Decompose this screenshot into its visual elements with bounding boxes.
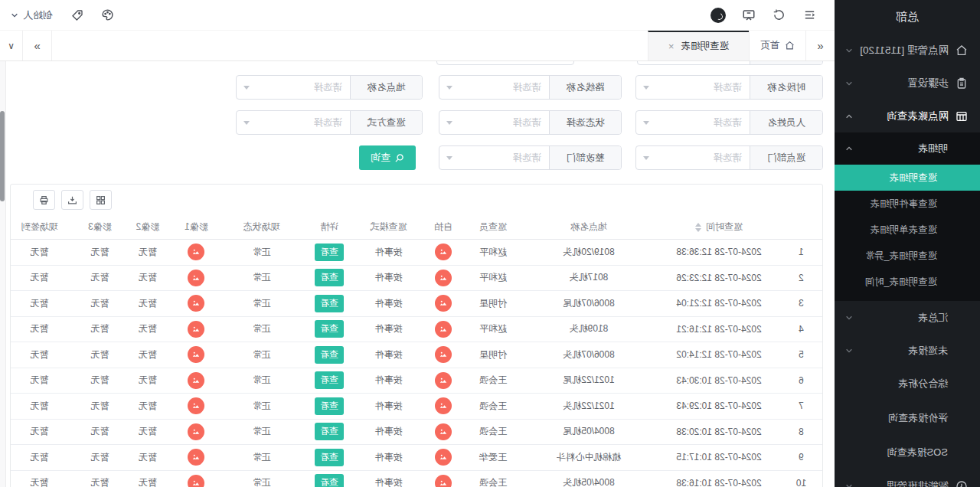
col-detail: 详情 (302, 221, 357, 234)
table-toolbar (11, 185, 822, 215)
view-detail-button[interactable]: 查看 (315, 295, 344, 312)
sidebar-item-patrol-detail-time[interactable]: 巡查明细表_时间 (835, 269, 980, 295)
cell-selfie (420, 244, 466, 260)
sidebar-subgroup-detail[interactable]: 明细表 (835, 132, 980, 165)
selfie-photo-icon[interactable] (435, 346, 452, 363)
col-mode: 巡查模式 (357, 221, 420, 234)
image1-photo-icon[interactable] (188, 397, 205, 414)
cell-location: 梳棉机中心料斗 (520, 451, 658, 464)
table-row: 4 2024-07-28 12:16:21 8109机头 赵和平 按事件 (10, 317, 822, 343)
cell-detail: 查看 (302, 397, 357, 415)
cell-index: 8 (780, 427, 822, 437)
screen-icon[interactable] (733, 0, 764, 31)
grid-icon[interactable] (90, 190, 112, 210)
cell-index: 7 (780, 400, 822, 411)
chevron-down-icon (11, 11, 18, 19)
select-time-period[interactable]: 请选择 (636, 76, 750, 99)
view-detail-button[interactable]: 查看 (315, 320, 344, 338)
col-patrol-time[interactable]: 巡查时间 (658, 221, 780, 234)
cell-mode: 按事件 (357, 476, 420, 487)
table-row: 6 2024-07-28 10:30:43 1021/22机尾 王会强 按事件 (10, 368, 822, 394)
sidebar-item-patrol-detail-abnormal[interactable]: 巡查明细表_异常 (835, 243, 980, 269)
palette-icon[interactable] (93, 0, 123, 31)
sidebar-item-unpatrolled-report[interactable]: 未巡报表 (835, 334, 980, 367)
user-menu[interactable]: 创始人 (11, 8, 53, 22)
cell-image2: 暂无 (124, 425, 172, 438)
cell-onsite-signin: 暂无 (10, 297, 76, 310)
sidebar: 总部 网点管理 [1151120] 步骤设置 网点账表查询 (835, 0, 980, 487)
cell-selfie (420, 270, 466, 286)
export-icon[interactable] (61, 190, 83, 210)
sidebar-item-summary-table[interactable]: 汇总表 (835, 301, 980, 334)
sidebar-item-patrol-form-detail[interactable]: 巡查表单明细表 (835, 217, 980, 243)
col-image2: 影像2 (124, 221, 172, 234)
selfie-photo-icon[interactable] (435, 449, 452, 466)
image1-photo-icon[interactable] (188, 372, 205, 389)
view-detail-button[interactable]: 查看 (315, 449, 344, 466)
selfie-photo-icon[interactable] (435, 270, 452, 286)
view-detail-button[interactable]: 查看 (315, 423, 344, 440)
select-person[interactable]: 请选择 (636, 111, 750, 134)
view-detail-button[interactable]: 查看 (315, 371, 344, 389)
sidebar-item-step-settings[interactable]: 步骤设置 (835, 67, 980, 100)
refresh-icon[interactable] (764, 0, 795, 31)
selfie-photo-icon[interactable] (435, 475, 452, 487)
cell-onsite-signin: 暂无 (10, 374, 76, 387)
print-icon[interactable] (33, 190, 55, 210)
select-patrol-method[interactable]: 请选择 (237, 111, 350, 134)
image1-photo-icon[interactable] (188, 270, 205, 286)
tag-icon[interactable] (62, 0, 93, 31)
view-detail-button[interactable]: 查看 (315, 397, 344, 415)
view-detail-button[interactable]: 查看 (315, 269, 344, 286)
col-officer: 巡查员 (466, 221, 520, 234)
image1-photo-icon[interactable] (188, 449, 205, 466)
selfie-photo-icon[interactable] (435, 321, 452, 338)
cell-selfie (420, 295, 466, 312)
view-detail-button[interactable]: 查看 (315, 244, 344, 261)
view-detail-button[interactable]: 查看 (315, 346, 344, 364)
cell-mode: 按事件 (357, 348, 420, 361)
selfie-photo-icon[interactable] (435, 244, 452, 260)
sidebar-item-patrol-event-detail[interactable]: 巡查事件明细表 (835, 191, 980, 217)
selfie-photo-icon[interactable] (435, 295, 452, 312)
selfie-photo-icon[interactable] (435, 372, 452, 389)
dark-mode-icon[interactable] (703, 0, 733, 31)
select-patrol-point-department[interactable]: 请选择 (636, 146, 750, 169)
menu-collapse-icon[interactable] (795, 0, 825, 31)
select-rectification-department[interactable]: 请选择 (439, 146, 549, 169)
vertical-scrollbar[interactable] (0, 61, 6, 487)
sidebar-item-smart-scheduling[interactable]: 智能排班管理 (835, 469, 980, 487)
image1-photo-icon[interactable] (188, 423, 205, 440)
sort-icon[interactable] (695, 223, 701, 232)
image1-photo-icon[interactable] (188, 295, 205, 312)
selfie-photo-icon[interactable] (435, 423, 452, 440)
cell-image3: 暂无 (76, 297, 124, 310)
view-detail-button[interactable]: 查看 (315, 474, 344, 487)
scrollbar-thumb[interactable] (0, 111, 5, 201)
sidebar-item-patrol-detail[interactable]: 巡查明细表 (835, 165, 980, 191)
selfie-photo-icon[interactable] (435, 397, 452, 414)
sidebar-item-report-query[interactable]: 网点账表查询 (835, 100, 980, 132)
close-icon[interactable]: × (668, 41, 675, 52)
sidebar-item-evaluation-report[interactable]: 评价报表查询 (835, 400, 980, 435)
sidebar-item-sos-report[interactable]: SOS报表查询 (835, 435, 980, 469)
select-route[interactable]: 请选择 (439, 76, 549, 99)
sidebar-item-comprehensive-analysis[interactable]: 综合分析表 (835, 367, 980, 400)
tabs-menu-button[interactable]: ∨ (0, 31, 23, 60)
sidebar-item-site-management[interactable]: 网点管理 [1151120] (835, 34, 980, 67)
tab-home[interactable]: 首页 (749, 31, 805, 60)
tabs-scroll-left-button[interactable]: « (805, 31, 835, 60)
table-row: 10 2024-07-28 10:16:38 8004/05机头 王会强 按事件 (10, 471, 822, 487)
select-status[interactable]: 请选择 (439, 111, 549, 134)
tab-patrol-detail[interactable]: 巡查明细表 × (648, 31, 749, 60)
image1-photo-icon[interactable] (188, 346, 205, 363)
search-button[interactable]: 查询 (359, 145, 416, 170)
select-location[interactable]: 请选择 (237, 76, 350, 99)
image1-photo-icon[interactable] (188, 244, 205, 260)
chevron-down-icon (845, 314, 853, 322)
image1-photo-icon[interactable] (188, 475, 205, 487)
cell-onsite-signin: 暂无 (10, 425, 76, 438)
image1-photo-icon[interactable] (188, 321, 205, 338)
tabs-scroll-right-button[interactable]: » (23, 31, 52, 60)
cell-image2: 暂无 (124, 476, 172, 487)
